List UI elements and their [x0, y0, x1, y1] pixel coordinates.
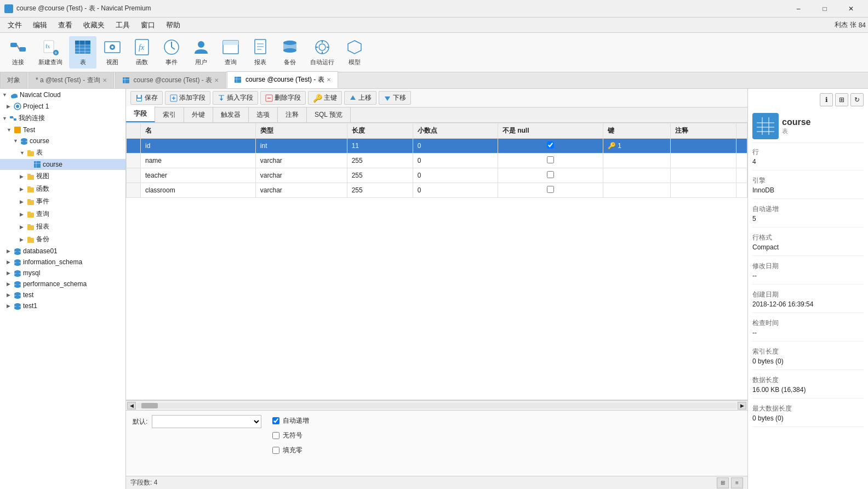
tab-query-at[interactable]: * a @test (Test) - 查询 ✕ [28, 72, 114, 88]
rpanel-info-button[interactable]: ℹ [820, 93, 833, 106]
field-name-teacher[interactable]: teacher [141, 168, 256, 183]
menu-favorites[interactable]: 收藏夹 [78, 18, 110, 32]
unsigned-checkbox[interactable] [272, 432, 279, 439]
notnull-checkbox-teacher[interactable] [547, 171, 554, 178]
sidebar-item-queries[interactable]: ▶ 查询 [0, 208, 125, 220]
auto-increment-checkbox[interactable] [272, 417, 279, 424]
close-button[interactable]: ✕ [838, 0, 864, 18]
subtab-triggers[interactable]: 触发器 [213, 107, 249, 122]
subtab-comments[interactable]: 注释 [278, 107, 307, 122]
menu-edit[interactable]: 编辑 [27, 18, 53, 32]
move-up-button[interactable]: 上移 [344, 91, 376, 105]
field-notnull-teacher[interactable] [498, 168, 603, 183]
horizontal-scrollbar[interactable]: ◀ ▶ [126, 400, 747, 410]
toolbar-table[interactable]: 表 [69, 36, 96, 69]
scroll-thumb[interactable] [141, 403, 158, 408]
table-row[interactable]: teacher varchar 255 0 [127, 168, 747, 183]
sidebar-item-course[interactable]: ▼ course [0, 135, 125, 146]
toolbar-backup[interactable]: 备份 [276, 36, 304, 69]
subtab-options[interactable]: 选项 [249, 107, 278, 122]
sidebar-item-views[interactable]: ▶ 视图 [0, 170, 125, 183]
subtab-fk[interactable]: 外键 [184, 107, 213, 122]
menu-window[interactable]: 窗口 [135, 18, 161, 32]
field-comment-teacher[interactable] [670, 168, 736, 183]
zerofill-checkbox[interactable] [272, 447, 279, 454]
tab-query-at-close[interactable]: ✕ [102, 77, 107, 83]
notnull-checkbox-name[interactable] [547, 156, 554, 163]
sidebar-item-course-table[interactable]: course [0, 159, 125, 170]
notnull-checkbox-classroom[interactable] [547, 186, 554, 193]
insert-field-button[interactable]: 插入字段 [213, 91, 258, 105]
sidebar-item-database01[interactable]: ▶ database01 [0, 246, 125, 257]
sidebar-item-my-connections[interactable]: ▼ 我的连接 [0, 112, 125, 124]
notnull-checkbox-id[interactable] [547, 141, 554, 149]
toolbar-query[interactable]: 查询 [217, 36, 244, 69]
toolbar-user[interactable]: 用户 [187, 36, 215, 69]
move-down-button[interactable]: 下移 [379, 91, 411, 105]
sidebar-item-mysql[interactable]: ▶ mysql [0, 268, 125, 278]
sidebar-item-tables-folder[interactable]: ▼ 表 [0, 146, 125, 159]
sidebar-item-test[interactable]: ▼ Test [0, 124, 125, 135]
tab-course-test[interactable]: course @course (Test) - 表 ✕ [115, 72, 226, 88]
toolbar-view[interactable]: 视图 [99, 36, 126, 69]
toolbar-model[interactable]: 模型 [341, 36, 368, 69]
sidebar-item-reports[interactable]: ▶ 报表 [0, 220, 125, 233]
menu-view[interactable]: 查看 [53, 18, 78, 32]
scroll-right-button[interactable]: ▶ [738, 402, 746, 410]
sidebar-item-test1[interactable]: ▶ test1 [0, 300, 125, 311]
toolbar-event[interactable]: 事件 [158, 36, 185, 69]
field-comment-classroom[interactable] [670, 183, 736, 198]
field-notnull-classroom[interactable] [498, 183, 603, 198]
scroll-left-button[interactable]: ◀ [127, 402, 136, 410]
field-length-teacher[interactable]: 255 [347, 168, 413, 183]
tab-course-test2-close[interactable]: ✕ [327, 77, 331, 83]
menu-tools[interactable]: 工具 [110, 18, 135, 32]
subtab-fields[interactable]: 字段 [126, 106, 155, 122]
field-name-classroom[interactable]: classroom [141, 183, 256, 198]
minimize-button[interactable]: – [786, 0, 811, 18]
toolbar-autorun[interactable]: 自动运行 [306, 36, 339, 69]
fields-table-area[interactable]: 名 类型 长度 小数点 不是 null 键 注释 ▶ id [126, 123, 747, 400]
sidebar-item-test2[interactable]: ▶ test [0, 289, 125, 300]
field-decimal-classroom[interactable]: 0 [413, 183, 498, 198]
field-decimal-name[interactable]: 0 [413, 153, 498, 168]
field-name-id[interactable]: id [141, 139, 256, 153]
sidebar-item-events[interactable]: ▶ 事件 [0, 195, 125, 208]
sidebar-item-navicat-cloud[interactable]: ▼ Navicat Cloud [0, 89, 125, 101]
field-notnull-id[interactable] [498, 139, 603, 153]
delete-field-button[interactable]: 删除字段 [260, 91, 306, 105]
status-list-button[interactable]: ≡ [731, 477, 743, 488]
default-dropdown[interactable] [152, 415, 261, 428]
primary-key-button[interactable]: 🔑 主键 [308, 91, 342, 105]
sidebar-item-project1[interactable]: ▶ Project 1 [0, 101, 125, 112]
table-row[interactable]: ▶ id int 11 0 🔑 1 [127, 139, 747, 153]
field-name-name[interactable]: name [141, 153, 256, 168]
toolbar-function[interactable]: fx 函数 [128, 36, 156, 69]
field-type-name[interactable]: varchar [255, 153, 347, 168]
tab-course-test-close[interactable]: ✕ [214, 77, 219, 83]
table-row[interactable]: classroom varchar 255 0 [127, 183, 747, 198]
field-decimal-teacher[interactable]: 0 [413, 168, 498, 183]
field-length-id[interactable]: 11 [347, 139, 413, 153]
field-notnull-name[interactable] [498, 153, 603, 168]
toolbar-new-query[interactable]: fx+ 新建查询 [34, 36, 67, 69]
sidebar-item-performance-schema[interactable]: ▶ performance_schema [0, 278, 125, 289]
save-button[interactable]: 保存 [130, 91, 163, 105]
menu-help[interactable]: 帮助 [161, 18, 186, 32]
subtab-sql-preview[interactable]: SQL 预览 [307, 107, 351, 122]
field-type-classroom[interactable]: varchar [255, 183, 347, 198]
field-comment-id[interactable] [670, 139, 736, 153]
status-grid-button[interactable]: ⊞ [717, 477, 729, 488]
tab-course-test2[interactable]: course @course (Test) - 表 ✕ [227, 71, 338, 88]
table-row[interactable]: name varchar 255 0 [127, 153, 747, 168]
field-length-name[interactable]: 255 [347, 153, 413, 168]
toolbar-report[interactable]: 报表 [247, 36, 274, 69]
field-decimal-id[interactable]: 0 [413, 139, 498, 153]
menu-file[interactable]: 文件 [2, 18, 27, 32]
sidebar-item-backups[interactable]: ▶ 备份 [0, 233, 125, 246]
add-field-button[interactable]: 添加字段 [165, 91, 210, 105]
rpanel-table-button[interactable]: ⊞ [835, 93, 848, 106]
scroll-track[interactable] [137, 403, 736, 408]
tab-object[interactable]: 对象 [0, 72, 27, 88]
sidebar-item-information-schema[interactable]: ▶ information_schema [0, 257, 125, 268]
